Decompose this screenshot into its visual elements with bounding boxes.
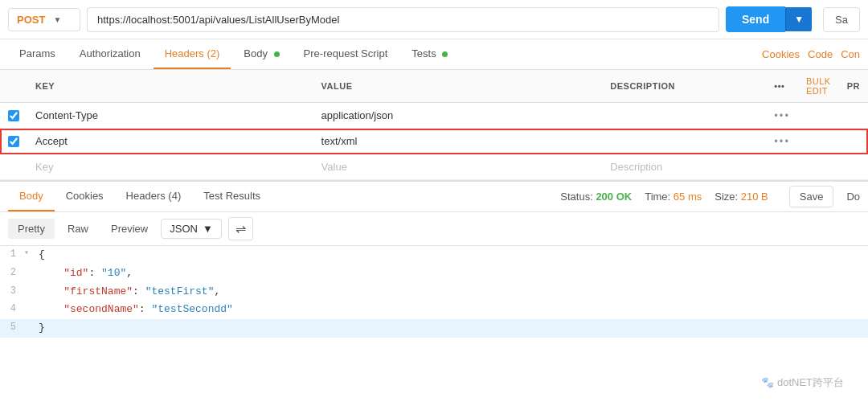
res-tab-headers[interactable]: Headers (4): [115, 182, 193, 211]
col-header-check: [0, 70, 27, 103]
row1-pr-cell: [839, 103, 868, 129]
body-tab-raw[interactable]: Raw: [58, 219, 98, 239]
row1-desc: [602, 103, 766, 129]
line-arrow-1[interactable]: ▾: [24, 247, 35, 260]
status-label: Status: 200 OK: [560, 191, 632, 203]
res-tab-body[interactable]: Body: [8, 182, 55, 211]
row2-bulk-cell: [798, 129, 839, 154]
json-val-id: "10": [101, 267, 126, 279]
save-button[interactable]: Sa: [823, 7, 860, 32]
code-line-5: 5 }: [0, 319, 868, 338]
placeholder-desc[interactable]: Description: [602, 154, 766, 180]
line-content-5: }: [35, 320, 868, 337]
col-header-desc: DESCRIPTION: [602, 70, 766, 103]
line-num-1: 1: [0, 247, 24, 262]
placeholder-key[interactable]: Key: [27, 154, 313, 180]
top-bar: POST ▼ Send ▼ Sa: [0, 0, 868, 39]
code-line-2: 2 "id": "10",: [0, 265, 868, 283]
time-label: Time: 65 ms: [645, 191, 702, 203]
watermark-text: dotNET跨平台: [777, 376, 844, 388]
code-line-1: 1 ▾ {: [0, 246, 868, 265]
tab-tests[interactable]: Tests: [400, 39, 459, 69]
row1-value[interactable]: application/json: [313, 103, 603, 129]
watermark: 🐾 dotNET跨平台: [761, 375, 844, 390]
placeholder-value[interactable]: Value: [313, 154, 603, 180]
code-link[interactable]: Code: [808, 48, 833, 60]
time-value: 65 ms: [674, 191, 702, 203]
method-label: POST: [17, 14, 45, 26]
row1-checkbox[interactable]: [8, 110, 19, 121]
line-num-2: 2: [0, 265, 24, 281]
line-num-5: 5: [0, 320, 24, 335]
line-content-2: "id": "10",: [35, 265, 868, 282]
response-status-bar: Status: 200 OK Time: 65 ms Size: 210 B S…: [560, 186, 860, 207]
body-dot: [274, 51, 280, 57]
tab-headers[interactable]: Headers (2): [154, 39, 231, 69]
format-select[interactable]: JSON ▼: [161, 219, 222, 239]
col-header-dots: •••: [766, 70, 798, 103]
method-select[interactable]: POST ▼: [8, 8, 80, 31]
format-label: JSON: [170, 223, 198, 235]
code-line-4: 4 "secondName": "testSecondd": [0, 301, 868, 319]
body-format-bar: Pretty Raw Preview JSON ▼ ⇌: [0, 212, 868, 246]
col-header-value: VALUE: [313, 70, 603, 103]
json-key-secondname: "secondName": [63, 303, 139, 315]
line-num-4: 4: [0, 301, 24, 317]
line-content-1: {: [35, 247, 868, 264]
response-tabs-bar: Body Cookies Headers (4) Test Results St…: [0, 180, 868, 212]
url-input[interactable]: [87, 7, 719, 32]
row2-desc: [602, 129, 766, 154]
save-response-button[interactable]: Save: [789, 186, 834, 207]
json-key-id: "id": [63, 267, 88, 279]
code-line-3: 3 "firstName": "testFirst",: [0, 283, 868, 301]
json-val-secondname: "testSecondd": [151, 303, 232, 315]
send-btn-group: Send ▼: [726, 6, 812, 32]
tests-dot: [442, 51, 448, 57]
code-area: 1 ▾ { 2 "id": "10", 3 "firstName": "test…: [0, 246, 868, 338]
res-tab-test-results[interactable]: Test Results: [192, 182, 272, 211]
tab-params[interactable]: Params: [8, 39, 67, 69]
header-row-placeholder: Key Value Description: [0, 154, 868, 180]
line-content-4: "secondName": "testSecondd": [35, 301, 868, 318]
watermark-icon: 🐾: [761, 376, 774, 388]
format-arrow: ▼: [203, 223, 213, 235]
cookies-link[interactable]: Cookies: [762, 48, 800, 60]
row1-bulk-cell: [798, 103, 839, 129]
col-header-pr: Pr: [839, 70, 868, 103]
line-content-3: "firstName": "testFirst",: [35, 284, 868, 301]
row1-key[interactable]: Content-Type: [27, 103, 313, 129]
tab-body[interactable]: Body: [232, 39, 290, 69]
row2-pr-cell: [839, 129, 868, 154]
request-tabs: Params Authorization Headers (2) Body Pr…: [0, 39, 868, 70]
body-tab-preview[interactable]: Preview: [101, 219, 158, 239]
method-dropdown-arrow: ▼: [53, 15, 61, 24]
size-label: Size: 210 B: [714, 191, 768, 203]
do-label: Do: [846, 191, 860, 203]
col-header-key: KEY: [27, 70, 313, 103]
row1-dots[interactable]: •••: [766, 103, 798, 129]
json-key-firstname: "firstName": [63, 285, 133, 297]
status-code: 200 OK: [596, 191, 632, 203]
row2-value[interactable]: text/xml: [313, 129, 603, 154]
right-tab-links: Cookies Code Con: [762, 48, 860, 60]
header-row-2: Accept text/xml •••: [0, 129, 868, 154]
row2-key[interactable]: Accept: [27, 129, 313, 154]
row2-checkbox[interactable]: [8, 136, 19, 147]
res-tab-cookies[interactable]: Cookies: [55, 182, 115, 211]
send-dropdown-button[interactable]: ▼: [785, 7, 812, 31]
tab-authorization[interactable]: Authorization: [68, 39, 152, 69]
send-button[interactable]: Send: [726, 6, 785, 32]
body-tab-pretty[interactable]: Pretty: [8, 219, 55, 239]
col-header-bulk[interactable]: Bulk Edit: [798, 70, 839, 103]
json-val-firstname: "testFirst": [145, 285, 215, 297]
header-row-1: Content-Type application/json •••: [0, 103, 868, 129]
con-link[interactable]: Con: [841, 48, 860, 60]
headers-table: KEY VALUE DESCRIPTION ••• Bulk Edit Pr C…: [0, 70, 868, 180]
row2-dots[interactable]: •••: [766, 129, 798, 154]
tab-pre-request[interactable]: Pre-request Script: [293, 39, 399, 69]
line-num-3: 3: [0, 284, 24, 299]
size-value: 210 B: [741, 191, 768, 203]
wrap-button[interactable]: ⇌: [228, 217, 253, 240]
